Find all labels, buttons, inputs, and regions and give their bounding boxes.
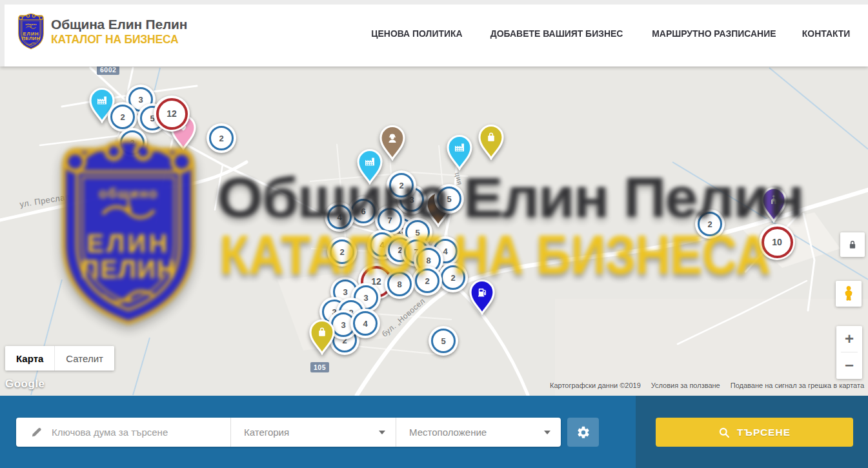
cluster-ring: 7 — [378, 208, 402, 232]
cluster-count: 5 — [447, 194, 451, 204]
cluster-count: 2 — [219, 134, 223, 143]
cluster-ring: 2 — [110, 105, 135, 129]
map-attribution: Картографски данни ©2019 Условия за полз… — [550, 382, 864, 389]
cluster-ring: 2 — [330, 239, 354, 264]
lock-icon — [847, 239, 858, 250]
cluster-marker[interactable]: 2 — [695, 209, 725, 239]
attribution-report-link[interactable]: Подаване на сигнал за грешка в картата — [731, 382, 864, 389]
window-frame-top — [0, 0, 868, 5]
cluster-ring: 2 — [441, 265, 465, 290]
brand-catalog-name: КАТАЛОГ НА БИЗНЕСА — [51, 33, 187, 46]
bag-icon — [307, 318, 337, 355]
bag-pin[interactable] — [307, 318, 337, 355]
search-submit-label: ТЪРСЕНЕ — [737, 427, 791, 438]
fuel-icon — [467, 278, 497, 315]
cluster-marker[interactable]: 2 — [438, 263, 468, 292]
search-submit-button[interactable]: ТЪРСЕНЕ — [656, 418, 853, 447]
cluster-count: 4 — [379, 240, 384, 250]
map-type-satellite-button[interactable]: Сателит — [54, 346, 114, 371]
cluster-marker[interactable]: 2 — [117, 128, 147, 158]
cluster-count: 4 — [363, 319, 367, 329]
cluster-count: 8 — [426, 256, 430, 265]
pegman-icon — [841, 285, 856, 302]
cluster-count: 2 — [450, 273, 455, 283]
map-canvas[interactable]: ул. Преславбул. „Новоселция6002105 32512… — [0, 66, 868, 396]
bag-icon — [476, 123, 506, 160]
cluster-marker[interactable]: 4 — [350, 309, 380, 338]
cluster-marker[interactable]: 5 — [429, 326, 458, 356]
keyword-segment — [16, 418, 230, 447]
cluster-count: 3 — [343, 287, 347, 297]
church-pin[interactable] — [759, 185, 789, 223]
cluster-ring: 10 — [762, 227, 793, 258]
map-type-control: Карта Сателит — [5, 346, 114, 371]
cluster-ring: 2 — [209, 126, 234, 150]
cluster-count: 4 — [443, 247, 447, 256]
attribution-copyright: Картографски данни ©2019 — [550, 382, 641, 389]
cluster-marker[interactable]: 8 — [385, 269, 414, 299]
fuel-pin[interactable] — [467, 278, 497, 315]
cluster-count: 2 — [130, 138, 134, 148]
factory-pin[interactable] — [445, 133, 474, 170]
location-select-value: Местоположение — [409, 427, 487, 438]
location-select[interactable]: Местоположение — [396, 418, 561, 447]
page: Община Елин Пелин КАТАЛОГ НА БИЗНЕСА ЦЕН… — [0, 0, 868, 468]
municipality-emblem-icon — [17, 13, 45, 50]
keyword-input[interactable] — [50, 426, 230, 438]
map-type-map-button[interactable]: Карта — [5, 346, 54, 371]
cluster-count: 12 — [167, 108, 177, 119]
map-markers-layer: 32512223256134754227482212833382345210 — [0, 66, 868, 396]
zoom-in-button[interactable]: + — [836, 326, 862, 352]
search-bar: Категория Местоположение ТЪРСЕНЕ — [0, 396, 868, 468]
cluster-count: 7 — [387, 216, 392, 225]
cluster-ring: 5 — [431, 329, 456, 353]
search-group: Категория Местоположение — [16, 418, 561, 447]
attribution-terms-link[interactable]: Условия за ползване — [651, 382, 720, 389]
factory-pin[interactable] — [355, 147, 385, 185]
factory-icon — [355, 147, 385, 185]
cluster-count: 6 — [361, 207, 365, 216]
pencil-icon — [30, 426, 43, 438]
cluster-marker[interactable]: 10 — [759, 224, 795, 260]
chevron-down-icon — [379, 431, 385, 434]
header: Община Елин Пелин КАТАЛОГ НА БИЗНЕСА ЦЕН… — [0, 0, 868, 66]
cluster-marker[interactable]: 2 — [412, 266, 442, 296]
site-logo[interactable]: Община Елин Пелин КАТАЛОГ НА БИЗНЕСА — [17, 13, 187, 50]
cluster-ring: 5 — [437, 187, 461, 211]
cluster-count: 2 — [399, 181, 403, 190]
bag-pin[interactable] — [476, 123, 506, 160]
window-frame-left — [0, 0, 5, 66]
cluster-count: 10 — [772, 237, 782, 247]
nav-contacts[interactable]: КОНТАКТИ — [802, 28, 851, 39]
category-select[interactable]: Категория — [230, 418, 396, 447]
cluster-ring: 2 — [415, 269, 439, 293]
nav-route-schedule[interactable]: МАРШРУТНО РАЗПИСАНИЕ — [652, 28, 776, 39]
gear-icon — [576, 425, 590, 440]
lock-scroll-button[interactable] — [840, 232, 865, 257]
category-select-value: Категория — [244, 427, 289, 438]
cluster-marker[interactable]: 5 — [434, 184, 464, 214]
cluster-marker[interactable]: 2 — [327, 237, 357, 267]
cluster-count: 8 — [397, 280, 401, 289]
cluster-count: 2 — [339, 247, 344, 257]
nav-pricing-policy[interactable]: ЦЕНОВА ПОЛИТИКА — [371, 28, 462, 39]
cluster-marker[interactable]: 2 — [387, 170, 416, 200]
zoom-out-button[interactable]: − — [836, 352, 862, 378]
chevron-down-icon — [544, 431, 550, 434]
cluster-marker[interactable]: 2 — [207, 123, 236, 153]
cluster-ring: 4 — [353, 311, 378, 336]
cluster-marker[interactable]: 12 — [154, 96, 190, 132]
zoom-control: + − — [836, 326, 862, 379]
google-logo[interactable]: Google — [5, 378, 45, 391]
cluster-count: 5 — [415, 228, 419, 238]
cluster-count: 2 — [425, 276, 429, 286]
cluster-marker[interactable]: 4 — [325, 202, 354, 232]
cluster-count: 2 — [707, 219, 712, 229]
street-view-pegman-button[interactable] — [836, 281, 862, 307]
cluster-ring: 2 — [389, 173, 414, 198]
nav-add-business[interactable]: ДОБАВЕТЕ ВАШИЯТ БИЗНЕС — [490, 28, 623, 39]
cluster-count: 3 — [138, 95, 143, 105]
cluster-ring: 2 — [120, 130, 145, 155]
cluster-ring: 4 — [327, 205, 352, 229]
advanced-search-button[interactable] — [567, 418, 599, 447]
